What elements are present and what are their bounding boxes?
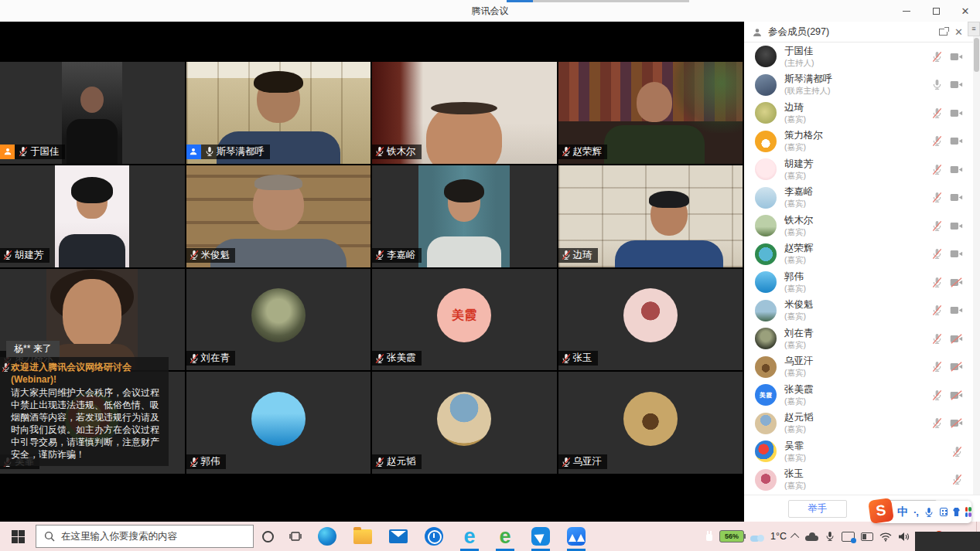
member-row[interactable]: 赵荣辉 (嘉宾) [744,240,980,269]
member-row[interactable]: 李嘉峪 (嘉宾) [744,184,980,213]
wifi-icon[interactable] [879,532,892,542]
popout-icon[interactable] [939,29,948,36]
explorer-app-icon[interactable] [345,522,381,551]
scrollbar[interactable] [973,36,980,495]
member-mic-button[interactable] [931,389,943,401]
scrollbar-thumb[interactable] [974,38,979,72]
member-camera-button[interactable] [950,249,963,259]
search-input[interactable]: 在这里输入你要搜索的内容 [36,525,254,548]
video-tile[interactable]: 张玉 [558,269,743,371]
member-row[interactable]: 郭伟 (嘉宾) [744,268,980,297]
task-view-icon[interactable] [282,531,309,542]
member-row[interactable]: 斯琴满都呼 (联席主持人) [744,71,980,100]
member-mic-button[interactable] [931,192,943,203]
plug-icon[interactable] [705,531,713,542]
close-button[interactable]: ✕ [951,0,980,22]
cortana-icon[interactable] [254,531,282,542]
panel-close-icon[interactable]: ✕ [954,27,963,37]
clock-app-icon[interactable] [416,522,452,551]
sogou-logo-icon[interactable]: S [868,498,894,524]
member-camera-button[interactable] [950,165,963,175]
menu-icon[interactable]: ≡ [968,22,980,36]
start-button[interactable] [0,522,36,551]
video-tile[interactable]: 赵元韬 [372,372,557,474]
member-mic-button[interactable] [931,417,943,429]
ime-mic-icon[interactable] [924,507,934,518]
battery-icon[interactable]: 56% [719,530,744,542]
member-mic-button[interactable] [931,248,943,260]
ime-toolbox-icon[interactable] [965,507,971,517]
ime-skin-icon[interactable] [953,508,960,516]
video-tile[interactable]: 赵荣辉 [558,62,743,164]
member-mic-button[interactable] [931,304,943,316]
microphone-icon[interactable] [825,531,835,542]
ie-app-icon[interactable]: e [487,522,523,551]
phone-battery-icon[interactable] [861,532,873,541]
eblue-app-icon[interactable]: e [452,522,487,551]
member-mic-button[interactable] [931,361,943,372]
maximize-button[interactable] [921,0,951,22]
member-row[interactable]: 胡建芳 (嘉宾) [744,155,980,184]
weather-icon[interactable] [750,532,764,542]
member-row[interactable]: 于国佳 (主持人) [744,43,980,71]
video-tile[interactable]: 米俊魁 [186,165,371,267]
video-tile[interactable]: 美霞 张美霞 [372,269,557,371]
member-camera-button[interactable] [950,192,963,202]
video-tile[interactable]: 李嘉峪 [372,165,557,267]
member-camera-button[interactable] [950,52,963,62]
member-camera-button[interactable] [950,334,963,344]
member-mic-button[interactable] [931,79,943,90]
raise-hand-button[interactable]: 举手 [788,500,847,518]
video-tile[interactable]: 斯琴满都呼 [186,62,371,164]
member-row[interactable]: 刘在青 (嘉宾) [744,325,980,353]
member-camera-button[interactable] [950,362,963,372]
minimize-button[interactable] [892,0,921,22]
member-mic-button[interactable] [931,220,943,232]
pc-sync-icon[interactable] [842,532,855,542]
video-tile[interactable]: 刘在青 [186,269,371,371]
member-mic-button[interactable] [931,333,943,345]
mail-app-icon[interactable] [381,522,416,551]
member-row[interactable]: 铁木尔 (嘉宾) [744,212,980,240]
member-mic-button[interactable] [931,107,943,119]
volume-icon[interactable] [898,532,910,542]
ime-punctuation-icon[interactable]: ·, [913,506,918,518]
video-tile[interactable]: 郭伟 [186,372,371,474]
ime-keyboard-icon[interactable] [940,508,948,516]
member-mic-button[interactable] [931,135,943,147]
member-camera-button[interactable] [950,108,963,118]
meeting-app-icon[interactable] [558,522,594,551]
chevron-up-icon[interactable] [793,533,799,539]
member-row[interactable]: 乌亚汗 (嘉宾) [744,353,980,382]
member-mic-button[interactable] [931,164,943,175]
member-row[interactable]: 策力格尔 (嘉宾) [744,128,980,156]
member-mic-button[interactable] [931,51,943,63]
edge-app-icon[interactable] [309,522,345,551]
member-camera-button[interactable] [950,221,963,231]
member-camera-button[interactable] [950,390,963,400]
member-row[interactable]: 张玉 (嘉宾) [744,466,980,495]
member-row[interactable]: 吴霏 (嘉宾) [744,437,980,466]
video-tile[interactable]: 乌亚汗 [558,372,743,474]
plane-app-icon[interactable] [523,522,558,551]
member-row[interactable]: 米俊魁 (嘉宾) [744,297,980,325]
member-camera-button[interactable] [950,305,963,315]
cohost-badge-icon [186,145,201,159]
video-tile[interactable]: 铁木尔 [372,62,557,164]
cloud-icon[interactable] [805,532,818,541]
muted-mic-icon [374,457,385,468]
member-mic-button[interactable] [951,474,963,485]
video-tile[interactable]: 边琦 [558,165,743,267]
member-row[interactable]: 美霞 张美霞 (嘉宾) [744,381,980,410]
member-camera-button[interactable] [950,277,963,287]
member-camera-button[interactable] [950,136,963,146]
member-mic-button[interactable] [951,446,963,457]
ime-language-mode[interactable]: 中 [897,505,908,519]
member-camera-button[interactable] [950,80,963,90]
member-camera-button[interactable] [950,418,963,428]
member-row[interactable]: 赵元韬 (嘉宾) [744,410,980,438]
video-tile[interactable]: 胡建芳 [0,165,185,267]
member-mic-button[interactable] [931,277,943,288]
member-row[interactable]: 边琦 (嘉宾) [744,99,980,128]
video-tile[interactable]: 于国佳 [0,62,185,164]
